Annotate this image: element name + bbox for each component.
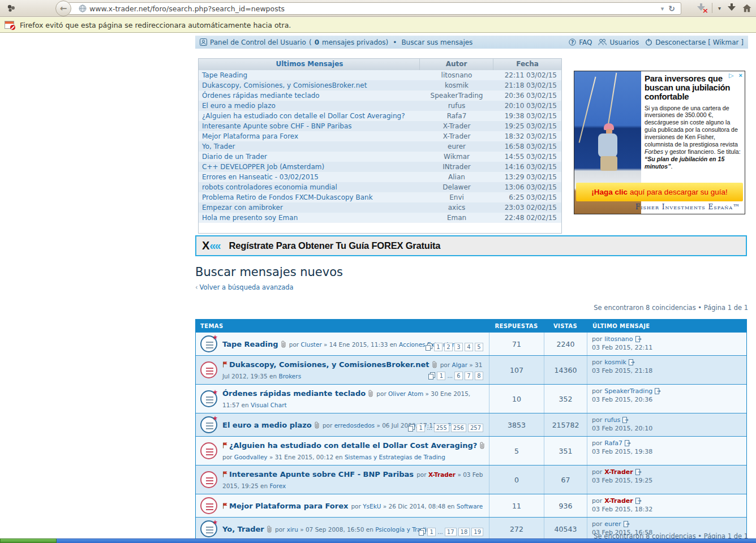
reload-icon[interactable]: ↻ <box>666 4 677 13</box>
page-link[interactable]: 18 <box>458 528 470 536</box>
latest-title-link[interactable]: Hola me presento soy Eman <box>199 213 420 223</box>
extension-icon[interactable] <box>7 4 16 13</box>
downloads-blocked-icon[interactable]: × <box>696 3 706 12</box>
page-link[interactable]: 1 <box>434 343 443 351</box>
last-author-link[interactable]: kosmik <box>604 359 626 366</box>
latest-title-link[interactable]: El euro a medio plazo <box>199 101 420 111</box>
topic-author-link[interactable]: Oliver Atom <box>388 390 423 397</box>
page-link[interactable]: 7 <box>465 372 473 380</box>
latest-title-link[interactable]: Empezar con amibroker <box>199 202 420 213</box>
page-link[interactable]: 4 <box>465 343 473 351</box>
latest-title-link[interactable]: Interesante Apunte sobre CHF - BNP Parib… <box>199 121 420 131</box>
back-button[interactable]: ← <box>55 1 71 16</box>
forex-guide-banner[interactable]: X«« Regístrate Para Obtener Tu Guía FORE… <box>195 235 747 256</box>
user-control-panel-link[interactable]: Panel de Control del Usuario <box>210 38 306 46</box>
last-author-link[interactable]: eurer <box>604 520 621 528</box>
topic-title-link[interactable]: Yo, Trader <box>222 525 264 533</box>
topic-author-link[interactable]: erredosdedos <box>334 422 375 429</box>
page-link[interactable]: 6 <box>454 372 463 380</box>
page-link[interactable]: 256 <box>451 424 466 432</box>
last-author-link[interactable]: SpeakerTrading <box>604 387 652 395</box>
page-link[interactable]: 3 <box>454 343 463 351</box>
page-link[interactable]: 17 <box>445 528 457 536</box>
topic-forum-link[interactable]: Brokers <box>278 373 301 380</box>
ad-close-icon[interactable]: × <box>739 72 742 79</box>
page-link[interactable]: 1 <box>437 372 445 380</box>
latest-date: 13:29 03/02/15 <box>493 172 561 182</box>
latest-title-link[interactable]: C++ DEVELOPPER Job (Amsterdam) <box>199 162 420 172</box>
topic-title-link[interactable]: ¿Alguien ha estudiado con detalle el Dol… <box>229 441 477 450</box>
topic-title-link[interactable]: Órdenes rápidas mediante teclado <box>222 389 366 398</box>
topic-forum-link[interactable]: Forex <box>269 482 286 489</box>
goto-last-post-icon[interactable] <box>629 359 635 365</box>
last-author-link[interactable]: X-Trader <box>604 497 633 505</box>
views-count: 936 <box>544 494 587 517</box>
topic-author-link[interactable]: YsEkU <box>363 503 381 510</box>
page-link[interactable]: 1 <box>427 528 436 536</box>
topic-icon: ★ <box>200 335 217 352</box>
topic-author-link[interactable]: Cluster <box>300 341 321 348</box>
col-respuestas: RESPUESTAS <box>489 323 544 329</box>
topic-forum-link[interactable]: Visual Chart <box>251 402 287 408</box>
ad-brand: Fisher Investments España™ <box>635 203 740 211</box>
logout-link[interactable]: Desconectarse [ Wikmar ] <box>655 38 744 46</box>
latest-title-link[interactable]: Dukascopy, Comisiones, y ComisionesBroke… <box>199 80 420 90</box>
last-author-link[interactable]: rufus <box>604 416 620 424</box>
url-text[interactable]: www.x-trader.net/foro/search.php?search_… <box>89 5 659 13</box>
page-link[interactable]: 257 <box>468 424 483 432</box>
page-link[interactable]: 8 <box>475 372 483 380</box>
topic-title-link[interactable]: Tape Reading <box>222 340 278 348</box>
latest-title-link[interactable]: Problema Retiro de Fondos FXCM-Dukascopy… <box>199 192 420 202</box>
page-link[interactable]: 5 <box>475 343 483 351</box>
users-link[interactable]: Usuarios <box>609 38 639 46</box>
home-icon[interactable] <box>742 4 751 12</box>
search-own-messages-link[interactable]: Buscar sus mensajes <box>401 38 472 46</box>
topic-author-link[interactable]: X-Trader <box>428 471 456 478</box>
browser-toolbar: ← www.x-trader.net/foro/search.php?searc… <box>0 0 756 17</box>
sidebar-ad[interactable]: ▷ × Para inversores que buscan una jubil… <box>574 71 745 214</box>
page-link[interactable]: 255 <box>434 424 449 432</box>
goto-last-post-icon[interactable] <box>635 469 642 475</box>
latest-title-link[interactable]: Tape Reading <box>199 70 420 80</box>
latest-title-link[interactable]: robots controladores economia mundial <box>199 182 420 192</box>
topic-pagination: 1 2 3 4 5 <box>426 343 483 351</box>
goto-last-post-icon[interactable] <box>655 388 661 394</box>
last-author-link[interactable]: litosnano <box>604 335 633 343</box>
page-link[interactable]: 19 <box>471 528 483 536</box>
goto-last-post-icon[interactable] <box>635 498 642 504</box>
url-dropdown-icon[interactable]: ▾ <box>659 5 667 12</box>
topic-author-link[interactable]: xiru <box>287 526 298 533</box>
goto-last-post-icon[interactable] <box>622 417 629 423</box>
redirect-notification-bar[interactable]: Firefox evitó que esta página se redirec… <box>0 17 756 33</box>
latest-author: INtrader <box>420 162 493 172</box>
latest-title-link[interactable]: ¿Alguien ha estudiado con detalle el Dol… <box>199 111 420 121</box>
goto-last-post-icon[interactable] <box>625 440 631 446</box>
topic-forum-link[interactable]: Software <box>457 503 483 510</box>
topic-title-link[interactable]: El euro a medio plazo <box>222 421 312 429</box>
toolbar-caret-icon[interactable]: ▾ <box>718 5 721 11</box>
latest-title-link[interactable]: Yo, Trader <box>199 141 420 152</box>
last-author-link[interactable]: Rafa7 <box>604 439 622 447</box>
latest-row: Tape Readinglitosnano22:11 03/02/15 <box>199 70 561 80</box>
topic-author-link[interactable]: Algar <box>452 361 467 368</box>
latest-title-link[interactable]: Diario de un Trader <box>199 152 420 162</box>
topic-title-link[interactable]: Mejor Plataforma para Forex <box>229 502 348 510</box>
goto-last-post-icon[interactable] <box>635 336 642 342</box>
ad-cta-button[interactable]: ¡Haga clic aquí para descargar su guía! <box>576 183 743 201</box>
page-link[interactable]: 1 <box>416 424 425 432</box>
topic-title-link[interactable]: Interesante Apunte sobre CHF - BNP Parib… <box>229 470 414 479</box>
topic-title-link[interactable]: Dukascopy, Comisiones, y ComisionesBroke… <box>229 360 429 369</box>
back-to-advanced-search-link[interactable]: ‹Volver a búsqueda avanzada <box>195 283 294 291</box>
download-icon[interactable] <box>727 3 737 12</box>
latest-title-link[interactable]: Órdenes rápidas mediante teclado <box>199 90 420 101</box>
adchoices-icon[interactable]: ▷ <box>729 72 733 79</box>
last-author-link[interactable]: X-Trader <box>604 468 633 476</box>
url-bar[interactable]: www.x-trader.net/foro/search.php?search_… <box>68 2 681 15</box>
topic-forum-link[interactable]: Sistemas y Estrategias de Trading <box>345 454 445 460</box>
latest-title-link[interactable]: Mejor Plataforma para Forex <box>199 131 420 141</box>
page-link[interactable]: 2 <box>444 343 453 351</box>
topic-author-link[interactable]: Goodvalley <box>234 454 268 460</box>
latest-title-link[interactable]: Errores en Hanseatic - 03/02/2015 <box>199 172 420 182</box>
goto-last-post-icon[interactable] <box>624 521 630 527</box>
faq-link[interactable]: FAQ <box>579 38 592 46</box>
